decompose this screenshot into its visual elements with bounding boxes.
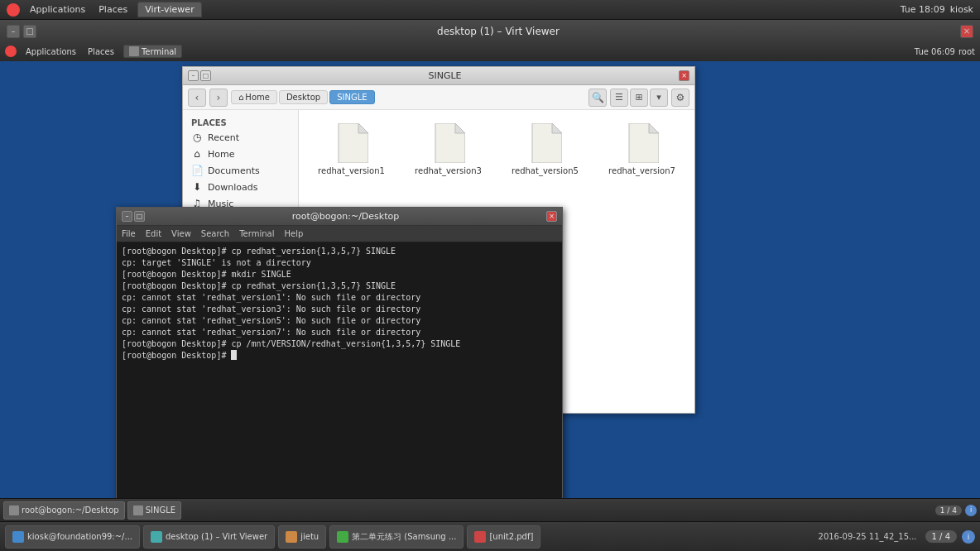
fm-close-btn[interactable]: × [679, 70, 689, 81]
term-minimize-btn[interactable]: – [122, 211, 132, 222]
term-menubar: File Edit View Search Terminal Help [117, 226, 562, 242]
fm-forward-btn[interactable]: › [209, 89, 228, 107]
virt-viewer-window: Applications Places Virt-viewer Tue 18:0… [0, 0, 980, 551]
inner-terminal-icon [9, 505, 19, 515]
terminal-line: cp: cannot stat 'redhat_version5': No su… [122, 315, 557, 327]
term-win-controls-right: × [546, 211, 557, 222]
term-menu-search[interactable]: Search [201, 229, 229, 238]
term-maximize-btn[interactable]: □ [134, 211, 145, 222]
inner-taskbar-left: Applications Places Terminal [5, 45, 182, 58]
term-content[interactable]: [root@bogon Desktop]# cp redhat_version{… [117, 242, 562, 512]
taskbar-unit2-label: [unit2.pdf] [489, 532, 533, 541]
outer-taskbar-left: Applications Places Virt-viewer [7, 2, 202, 17]
fm-home-icon: ⌂ [238, 93, 243, 102]
taskbar-jietu-icon [286, 531, 297, 543]
file-name: redhat_version3 [415, 166, 482, 175]
sidebar-item-documents[interactable]: 📄 Documents [183, 162, 298, 179]
fm-view-arrow-btn[interactable]: ▾ [650, 89, 668, 107]
file-icon [432, 123, 465, 163]
list-item[interactable]: redhat_version7 [598, 118, 686, 180]
file-name: redhat_version5 [512, 166, 579, 175]
taskbar-jietu-label: jietu [300, 532, 319, 541]
recent-icon: ◷ [191, 132, 203, 143]
fm-maximize-btn[interactable]: □ [200, 70, 211, 81]
inner-taskbar-right: Tue 06:09 root [915, 47, 975, 56]
fm-list-view-btn[interactable]: ☰ [610, 89, 628, 107]
fm-back-btn[interactable]: ‹ [188, 89, 206, 107]
list-item[interactable]: redhat_version3 [404, 118, 492, 180]
taskbar-item-samsung[interactable]: 第二单元练习 (Samsung ... [329, 525, 464, 549]
outer-bottom-bar: kiosk@foundation99:~/... desktop (1) – V… [0, 521, 980, 551]
file-icon [626, 123, 659, 163]
list-item[interactable]: redhat_version1 [307, 118, 396, 180]
inner-bottom-bar: root@bogon:~/Desktop SINGLE 1 / 4 i [0, 498, 980, 521]
terminal-line: [root@bogon Desktop]# cp /mnt/VERSION/re… [122, 338, 557, 350]
taskbar-kiosk-icon [12, 531, 24, 543]
inner-terminal-tab[interactable]: Terminal [123, 45, 182, 58]
fm-title: SINGLE [211, 70, 679, 81]
fm-minimize-btn[interactable]: – [188, 70, 199, 81]
inner-info-btn[interactable]: i [965, 505, 977, 516]
taskbar-viewer-label: desktop (1) – Virt Viewer [166, 532, 267, 541]
fm-home-btn[interactable]: ⌂ Home [231, 90, 277, 104]
term-menu-edit[interactable]: Edit [146, 229, 161, 238]
file-name: redhat_version1 [318, 166, 385, 175]
inner-taskbar-single-item[interactable]: SINGLE [127, 501, 181, 520]
fm-gear-btn[interactable]: ⚙ [671, 89, 689, 107]
sidebar-item-home[interactable]: ⌂ Home [183, 146, 298, 162]
outer-taskbar-right-area: 2016-09-25 11_42_15... 1 / 4 i [815, 530, 975, 544]
terminal-line: cp: cannot stat 'redhat_version3': No su… [122, 304, 557, 315]
outer-applications-btn[interactable]: Applications [26, 2, 89, 17]
taskbar-samsung-icon [337, 531, 348, 543]
inner-applications-btn[interactable]: Applications [23, 46, 79, 57]
outer-win-controls: – □ [7, 25, 36, 38]
taskbar-item-kiosk[interactable]: kiosk@foundation99:~/... [5, 525, 140, 549]
sidebar-item-recent-label: Recent [208, 132, 239, 143]
vm-content: Applications Places Terminal Tue 06:09 r… [0, 41, 980, 521]
term-close-btn[interactable]: × [546, 211, 557, 222]
list-item[interactable]: redhat_version5 [501, 118, 589, 180]
sidebar-item-downloads-label: Downloads [208, 182, 257, 193]
fm-win-controls-right: × [679, 70, 689, 81]
sidebar-item-downloads[interactable]: ⬇ Downloads [183, 179, 298, 195]
outer-minimize-btn[interactable]: – [7, 25, 20, 38]
taskbar-item-viewer[interactable]: desktop (1) – Virt Viewer [143, 525, 275, 549]
outer-close-btn[interactable]: × [960, 25, 973, 38]
taskbar-samsung-label: 第二单元练习 (Samsung ... [352, 531, 456, 543]
virt-viewer-title: desktop (1) – Virt Viewer [36, 26, 960, 37]
inner-clock: Tue 06:09 [915, 47, 955, 56]
file-icon [529, 123, 562, 163]
outer-info-btn[interactable]: i [962, 530, 975, 544]
inner-app-icon [5, 46, 17, 57]
fm-grid-view-btn[interactable]: ⊞ [630, 89, 648, 107]
outer-viewer-tab[interactable]: Virt-viewer [137, 2, 201, 17]
taskbar-item-unit2[interactable]: [unit2.pdf] [467, 525, 540, 549]
inner-taskbar-single-label: SINGLE [146, 505, 175, 515]
outer-places-btn[interactable]: Places [95, 2, 131, 17]
downloads-icon: ⬇ [191, 181, 203, 193]
terminal-line: cp: cannot stat 'redhat_version7': No su… [122, 327, 557, 338]
terminal-line: [root@bogon Desktop]# cp redhat_version{… [122, 280, 557, 292]
term-menu-help[interactable]: Help [284, 229, 303, 238]
term-menu-file[interactable]: File [122, 229, 136, 238]
outer-maximize-btn[interactable]: □ [23, 25, 36, 38]
terminal-line: cp: cannot stat 'redhat_version1': No su… [122, 292, 557, 304]
outer-clock: Tue 18:09 [901, 4, 945, 15]
virt-viewer-titlebar: – □ desktop (1) – Virt Viewer × [0, 20, 980, 43]
term-menu-terminal[interactable]: Terminal [239, 229, 274, 238]
fm-single-btn[interactable]: SINGLE [329, 90, 374, 104]
inner-taskbar-terminal-item[interactable]: root@bogon:~/Desktop [3, 501, 125, 520]
sidebar-item-recent[interactable]: ◷ Recent [183, 129, 298, 146]
fm-search-btn[interactable]: 🔍 [588, 89, 607, 107]
inner-terminal-tab-label: Terminal [142, 47, 176, 56]
terminal-line: [root@bogon Desktop]# cp redhat_version{… [122, 246, 557, 257]
fm-titlebar: – □ SINGLE × [183, 67, 694, 85]
taskbar-item-jietu[interactable]: jietu [278, 525, 326, 549]
inner-taskbar: Applications Places Terminal Tue 06:09 r… [0, 41, 980, 61]
term-menu-view[interactable]: View [171, 229, 191, 238]
fm-desktop-btn[interactable]: Desktop [279, 90, 328, 104]
sidebar-item-home-label: Home [208, 149, 234, 160]
inner-places-btn[interactable]: Places [85, 46, 117, 57]
outer-viewer-tab-label: Virt-viewer [145, 4, 194, 15]
outer-win-controls-right: × [960, 25, 973, 38]
